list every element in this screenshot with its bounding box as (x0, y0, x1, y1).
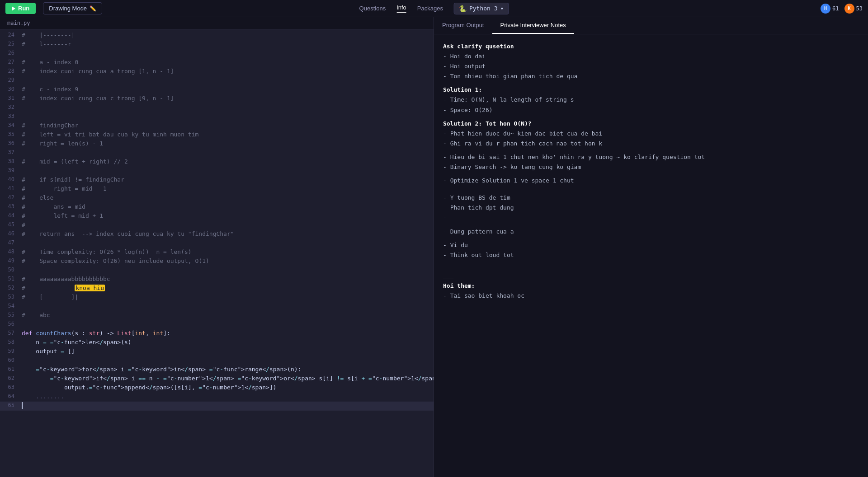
code-line: 32 (0, 103, 434, 112)
line-number: 37 (0, 149, 22, 155)
note-line (443, 237, 859, 240)
code-line: 41# right = mid - 1 (0, 185, 434, 194)
code-line: 61 ="c-keyword">for</span> i ="c-keyword… (0, 365, 434, 374)
score-orange: K 53 (844, 4, 863, 14)
line-number: 47 (0, 239, 22, 246)
line-number: 51 (0, 276, 22, 282)
line-content: # left = mid + 1 (22, 212, 434, 219)
line-number: 49 (0, 257, 22, 264)
note-line: Solution 2: Tot hon O(N)? (443, 119, 859, 129)
drawing-mode-button[interactable]: Drawing Mode ✏️ (43, 2, 102, 14)
run-label: Run (18, 5, 29, 12)
line-content: ="c-keyword">if</span> i == n - ="c-numb… (22, 375, 434, 382)
note-line: - Think out loud tot (443, 250, 859, 260)
code-line: 45# (0, 221, 434, 230)
note-line: - Phan tich dpt dung (443, 203, 859, 213)
score-orange-count: 53 (856, 5, 863, 12)
drawing-mode-label: Drawing Mode (49, 5, 87, 12)
note-line: - Tai sao biet khoah oc (443, 291, 859, 301)
line-number: 57 (0, 330, 22, 336)
line-content: output.="c-func">append</span>([s[i], ="… (22, 384, 434, 391)
code-line: 46# return ans --> index cuoi cung cua k… (0, 230, 434, 239)
code-line: 47 (0, 239, 434, 248)
note-line: - Binary Search -> ko tang cung ko giam (443, 162, 859, 172)
line-number: 61 (0, 366, 22, 372)
packages-nav-link[interactable]: Packages (417, 5, 443, 12)
line-content (22, 402, 434, 409)
line-number: 27 (0, 59, 22, 65)
note-line (443, 115, 859, 119)
note-line: Hoi them: (443, 281, 859, 291)
line-content: # return ans --> index cuoi cung cua ky … (22, 230, 434, 237)
code-line: 25# l-------r (0, 40, 434, 49)
code-line: 36# right = len(s) - 1 (0, 140, 434, 149)
tab-program-output[interactable]: Program Output (434, 17, 492, 34)
line-content: n = ="c-func">len</span>(s) (22, 339, 434, 346)
code-line: 27# a - index 0 (0, 58, 434, 67)
line-number: 28 (0, 68, 22, 74)
code-line: 35# left = vi tri bat dau cua ky tu minh… (0, 131, 434, 140)
note-line: ___ (443, 271, 859, 281)
code-line: 52# knoa hiu (0, 284, 434, 293)
line-number: 24 (0, 32, 22, 38)
line-content: # (22, 221, 434, 228)
note-line (443, 81, 859, 85)
line-content: # Space complexity: O(26) neu include ou… (22, 257, 434, 264)
line-content: # right = mid - 1 (22, 185, 434, 192)
note-line: - Y tuong BS de tim (443, 193, 859, 203)
info-nav-link[interactable]: Info (396, 4, 406, 13)
run-button[interactable]: Run (5, 3, 36, 14)
note-line: - (443, 213, 859, 223)
code-line: 30# c - index 9 (0, 85, 434, 94)
filename-label: main.py (7, 20, 30, 26)
code-line: 38# mid = (left + right) // 2 (0, 158, 434, 167)
note-line: - Dung pattern cua a (443, 227, 859, 237)
code-line: 51# aaaaaaaaabbbbbbbbbbc (0, 275, 434, 284)
file-tab[interactable]: main.py (0, 17, 434, 29)
score-blue: H 61 (821, 4, 839, 14)
line-number: 64 (0, 393, 22, 399)
tab-private-notes[interactable]: Private Interviewer Notes (492, 17, 574, 34)
avatar-blue: H (821, 4, 830, 14)
python-selector[interactable]: 🐍 Python 3 ▾ (454, 3, 509, 14)
code-line: 31# index cuoi cung cua c trong [9, n - … (0, 94, 434, 103)
code-line: 48# Time complexity: O(26 * log(n)) n = … (0, 248, 434, 257)
line-number: 48 (0, 248, 22, 255)
line-content: # aaaaaaaaabbbbbbbbbbc (22, 276, 434, 282)
nav-center: Questions Info Packages 🐍 Python 3 ▾ (359, 3, 509, 14)
line-number: 54 (0, 303, 22, 309)
line-content: # if s[mid] != findingChar (22, 176, 434, 183)
line-number: 56 (0, 321, 22, 327)
line-number: 25 (0, 41, 22, 47)
note-line: - Phat hien duoc du~ kien dac biet cua d… (443, 129, 859, 139)
line-number: 44 (0, 212, 22, 219)
note-line: - Vi du (443, 240, 859, 250)
score-blue-count: 61 (832, 5, 839, 12)
line-content: # ans = mid (22, 203, 434, 210)
code-line: 42# else (0, 194, 434, 203)
note-line: - Ghi ra vi du r phan tich cach nao tot … (443, 139, 859, 149)
line-number: 45 (0, 221, 22, 228)
line-number: 39 (0, 167, 22, 173)
code-line: 55# abc (0, 311, 434, 320)
line-number: 60 (0, 357, 22, 363)
questions-nav-link[interactable]: Questions (359, 5, 386, 12)
line-number: 65 (0, 402, 22, 408)
line-content: # findingChar (22, 122, 434, 129)
line-number: 26 (0, 50, 22, 56)
code-line: 39 (0, 167, 434, 176)
code-area[interactable]: 24# |--------|25# l-------r2627# a - ind… (0, 29, 434, 477)
note-line (443, 186, 859, 189)
line-number: 29 (0, 77, 22, 83)
nav-right: H 61 K 53 (821, 4, 863, 14)
notes-area[interactable]: Ask clarify qusetion- Hoi do dai- Hoi ou… (434, 34, 868, 477)
line-content: # |--------| (22, 32, 434, 38)
note-line: - Ton nhieu thoi gian phan tich de qua (443, 71, 859, 81)
code-line: 63 output.="c-func">append</span>([s[i],… (0, 383, 434, 393)
code-line: 37 (0, 149, 434, 158)
note-line: Ask clarify qusetion (443, 42, 859, 51)
code-line: 26 (0, 49, 434, 58)
pencil-icon: ✏️ (90, 5, 96, 12)
line-number: 62 (0, 375, 22, 381)
line-number: 53 (0, 294, 22, 300)
